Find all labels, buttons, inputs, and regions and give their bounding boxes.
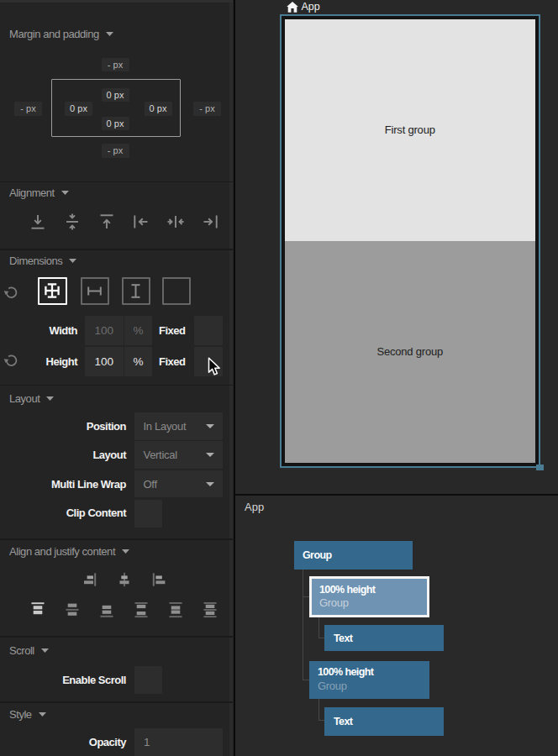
tree-node-second-text[interactable]: Text — [324, 707, 445, 736]
section-separator — [0, 181, 233, 183]
width-value-input[interactable]: 100 — [85, 316, 124, 345]
justify-space-evenly-icon[interactable] — [201, 601, 219, 619]
enable-scroll-label: Enable Scroll — [0, 666, 126, 694]
icon-glyph — [3, 285, 18, 300]
justify-space-around-icon[interactable] — [166, 601, 185, 619]
section-separator — [0, 249, 233, 250]
chevron-down-icon — [122, 549, 129, 554]
icon-glyph — [97, 601, 116, 619]
section-header-style[interactable]: Style — [9, 708, 46, 721]
size-width-only-icon[interactable] — [81, 277, 109, 306]
node-label: 100% height — [318, 666, 429, 680]
icon-glyph — [127, 282, 145, 300]
padding-right-input[interactable]: 0 px — [145, 102, 172, 116]
node-sublabel: Group — [319, 596, 427, 610]
margin-top-input[interactable]: - px — [102, 58, 129, 72]
height-value-input[interactable]: 100 — [85, 347, 124, 376]
margin-left-input[interactable]: - px — [14, 102, 42, 116]
padding-top-input[interactable]: 0 px — [102, 88, 129, 102]
section-title: Scroll — [9, 644, 34, 657]
selection-resize-handle[interactable] — [536, 465, 544, 471]
chevron-down-icon — [39, 712, 46, 717]
icon-glyph — [132, 601, 150, 619]
icon-glyph — [166, 601, 185, 619]
value-text: 100 — [94, 355, 113, 368]
layout-label: Layout — [0, 441, 126, 468]
node-label: Text — [334, 633, 352, 644]
align-right-icon[interactable] — [201, 213, 219, 231]
node-label: Group — [303, 549, 332, 561]
margin-right-input[interactable]: - px — [193, 102, 221, 116]
canvas-viewport[interactable]: App First group Second group — [235, 0, 558, 494]
justify-space-between-icon[interactable] — [132, 601, 150, 619]
justify-start-icon[interactable] — [29, 601, 47, 619]
opacity-input[interactable]: 1 — [134, 728, 223, 756]
justify-end-icon[interactable] — [97, 601, 116, 619]
canvas-root-label: App — [302, 1, 320, 13]
layout-select[interactable]: Vertical — [134, 441, 223, 468]
section-separator — [0, 636, 233, 638]
app-selection-frame[interactable]: First group Second group — [280, 14, 541, 469]
chevron-down-icon — [206, 453, 214, 457]
section-separator — [0, 701, 233, 703]
align-top-icon[interactable] — [97, 213, 116, 231]
tree-connector-line — [318, 617, 319, 639]
label-text: Multi Line Wrap — [51, 478, 126, 491]
align-horizontal-center-icon[interactable] — [166, 213, 185, 231]
tree-node-first-height-group[interactable]: 100% height Group — [309, 576, 429, 617]
second-group-label: Second group — [376, 345, 443, 358]
icon-glyph — [132, 213, 150, 231]
size-width-and-height-icon[interactable] — [38, 277, 67, 306]
section-header-margin-padding[interactable]: Margin and padding — [9, 28, 113, 40]
first-group-label: First group — [385, 123, 435, 136]
second-group-region[interactable]: Second group — [285, 241, 535, 463]
align-left-icon[interactable] — [132, 213, 150, 231]
tree-node-group[interactable]: Group — [294, 541, 413, 570]
align-bottom-icon[interactable] — [29, 213, 47, 231]
padding-left-input[interactable]: 0 px — [65, 102, 92, 116]
section-title: Alignment — [9, 186, 55, 199]
section-header-alignment[interactable]: Alignment — [9, 186, 69, 199]
value-text: 100 — [94, 324, 113, 337]
properties-panel: Margin and padding - px 0 px - px 0 px 0… — [0, 0, 233, 756]
padding-bottom-input[interactable]: 0 px — [102, 117, 129, 131]
align-vertical-center-icon[interactable] — [63, 213, 82, 231]
section-header-layout[interactable]: Layout — [9, 392, 54, 405]
label-text: Height — [46, 355, 77, 368]
size-height-only-icon[interactable] — [122, 277, 150, 306]
position-select[interactable]: In Layout — [134, 412, 223, 439]
margin-right-value: - px — [199, 103, 214, 113]
section-header-align-justify[interactable]: Align and justify content — [9, 545, 129, 558]
canvas-root-breadcrumb[interactable]: App — [287, 1, 320, 13]
section-header-dimensions[interactable]: Dimensions — [9, 255, 76, 267]
section-title: Align and justify content — [9, 545, 115, 558]
first-group-region[interactable]: First group — [285, 19, 535, 241]
section-header-scroll[interactable]: Scroll — [9, 644, 49, 657]
justify-center-icon[interactable] — [63, 601, 82, 619]
section-title: Margin and padding — [9, 28, 99, 40]
align-items-right-icon[interactable] — [81, 571, 97, 588]
size-content-icon[interactable] — [162, 277, 191, 306]
icon-glyph — [63, 601, 82, 619]
chevron-down-icon — [69, 259, 76, 263]
tree-node-second-height-group[interactable]: 100% height Group — [309, 661, 429, 699]
fixed_label-text: Fixed — [159, 324, 185, 337]
enable-scroll-checkbox[interactable] — [134, 666, 162, 694]
clip-content-checkbox[interactable] — [134, 500, 162, 528]
align-items-center-icon[interactable] — [116, 571, 133, 588]
padding-top-value: 0 px — [107, 90, 124, 100]
margin-bottom-input[interactable]: - px — [102, 144, 129, 158]
panel-top-edge — [0, 0, 233, 3]
tree-node-first-text[interactable]: Text — [324, 625, 444, 652]
section-separator — [0, 538, 233, 540]
app-content: First group Second group — [285, 19, 535, 463]
width-fixed-checkbox[interactable] — [194, 316, 223, 345]
multi-line-wrap-select[interactable]: Off — [134, 470, 223, 497]
margin-top-value: - px — [108, 60, 123, 70]
align-items-left-icon[interactable] — [151, 571, 168, 588]
reset-size-mode-icon[interactable] — [3, 285, 18, 300]
icon-glyph — [43, 281, 61, 300]
clip-content-label: Clip Content — [0, 500, 126, 527]
properties-scrollbar-track[interactable] — [229, 3, 233, 756]
chevron-down-icon — [46, 396, 54, 401]
